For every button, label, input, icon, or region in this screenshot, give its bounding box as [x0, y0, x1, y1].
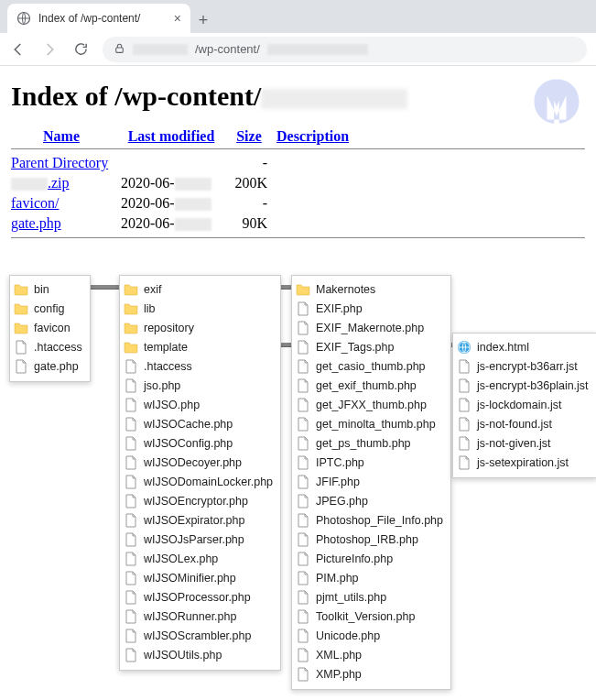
header-description[interactable]: Description [276, 128, 349, 144]
file-item-label: Photoshop_IRB.php [316, 533, 418, 546]
file-item[interactable]: wIJSOMinifier.php [124, 568, 273, 587]
dir-row: favicon/2020-06-- [11, 193, 585, 213]
file-item[interactable]: XMP.php [296, 664, 443, 684]
file-item[interactable]: template [124, 337, 273, 356]
divider [11, 148, 585, 149]
file-item[interactable]: get_JFXX_thumb.php [296, 395, 443, 414]
file-item-label: js-encrypt-b36plain.jst [477, 379, 589, 392]
file-item[interactable]: get_ps_thumb.php [296, 433, 443, 453]
file-item[interactable]: Toolkit_Version.php [296, 607, 443, 626]
file-item[interactable]: JPEG.php [296, 491, 443, 510]
file-item[interactable]: wIJSOEncryptor.php [124, 491, 273, 510]
file-item[interactable]: favicon [14, 318, 82, 337]
file-item[interactable]: config [14, 299, 82, 318]
header-size[interactable]: Size [236, 128, 262, 144]
dir-link[interactable]: gate.php [11, 215, 61, 231]
browser-toolbar: /wp-content/ [0, 33, 596, 66]
file-item[interactable]: wIJSOJsParser.php [124, 530, 273, 549]
file-item[interactable]: pjmt_utils.php [296, 587, 443, 607]
file-item-label: js-not-found.jst [477, 418, 552, 431]
file-item[interactable]: js-not-given.jst [457, 433, 589, 453]
file-item-label: js-encrypt-b36arr.jst [477, 360, 578, 373]
file-item[interactable]: js-setexpiration.jst [457, 453, 589, 472]
file-item[interactable]: get_exif_thumb.php [296, 376, 443, 395]
file-item[interactable]: exif [124, 279, 273, 299]
new-tab-button[interactable]: + [190, 7, 216, 33]
file-item[interactable]: wIJSOProcessor.php [124, 587, 273, 607]
file-item[interactable]: lib [124, 299, 273, 318]
html-icon [457, 340, 471, 355]
file-item-label: wIJSOCache.php [144, 418, 233, 431]
file-item[interactable]: Makernotes [296, 279, 443, 299]
address-bar[interactable]: /wp-content/ [103, 37, 587, 62]
file-item[interactable]: get_casio_thumb.php [296, 356, 443, 376]
directory-listing: Name Last modified Size Description Pare… [11, 128, 585, 238]
file-item[interactable]: PictureInfo.php [296, 549, 443, 568]
file-item[interactable]: js-not-found.jst [457, 414, 589, 433]
forward-button[interactable] [40, 40, 59, 59]
file-icon [124, 475, 138, 489]
file-item[interactable]: js-encrypt-b36plain.jst [457, 376, 589, 395]
file-item[interactable]: XML.php [296, 645, 443, 664]
file-icon [14, 340, 28, 355]
redacted [11, 178, 48, 191]
file-item[interactable]: wIJSOCache.php [124, 414, 273, 433]
file-item[interactable]: EXIF_Tags.php [296, 337, 443, 356]
url-host-redacted [133, 44, 188, 55]
file-icon [124, 571, 138, 585]
file-item[interactable]: IPTC.php [296, 453, 443, 472]
file-item[interactable]: .htaccess [14, 337, 82, 356]
file-item[interactable]: jso.php [124, 376, 273, 395]
back-button[interactable] [9, 40, 27, 59]
file-item[interactable]: wIJSOScrambler.php [124, 626, 273, 645]
file-item[interactable]: js-encrypt-b36arr.jst [457, 356, 589, 376]
file-item[interactable]: js-lockdomain.jst [457, 395, 589, 414]
file-item[interactable]: index.html [457, 337, 589, 356]
file-item[interactable]: EXIF_Makernote.php [296, 318, 443, 337]
file-item-label: .htaccess [34, 341, 82, 354]
redacted [175, 198, 211, 211]
file-item[interactable]: Photoshop_File_Info.php [296, 510, 443, 530]
file-item-label: get_JFXX_thumb.php [316, 399, 427, 411]
file-icon [296, 475, 310, 489]
file-item[interactable]: wIJSOUtils.php [124, 645, 273, 664]
file-icon [14, 359, 28, 374]
file-item-label: js-setexpiration.jst [477, 456, 569, 469]
file-item[interactable]: Photoshop_IRB.php [296, 530, 443, 549]
header-last-modified[interactable]: Last modified [128, 128, 215, 144]
browser-tab[interactable]: Index of /wp-content/ × [7, 4, 190, 33]
title-redacted [261, 89, 407, 109]
file-item[interactable]: wIJSOLex.php [124, 549, 273, 568]
reload-button[interactable] [71, 40, 90, 59]
dir-row: Parent Directory- [11, 153, 585, 173]
file-item-label: get_casio_thumb.php [316, 360, 426, 373]
file-item[interactable]: .htaccess [124, 356, 273, 376]
file-item[interactable]: wIJSODomainLocker.php [124, 472, 273, 491]
tab-title: Index of /wp-content/ [38, 12, 167, 25]
file-icon [296, 590, 310, 605]
dir-link[interactable]: Parent Directory [11, 155, 108, 170]
close-icon[interactable]: × [174, 11, 181, 26]
file-item-label: XML.php [316, 649, 362, 662]
dir-link[interactable]: .zip [11, 175, 70, 191]
file-item[interactable]: bin [14, 279, 82, 299]
dir-row: .zip2020-06-200K [11, 173, 585, 193]
divider [11, 237, 585, 238]
file-item[interactable]: wIJSODecoyer.php [124, 453, 273, 472]
file-item[interactable]: PIM.php [296, 568, 443, 587]
file-item[interactable]: repository [124, 318, 273, 337]
folder-icon [124, 321, 138, 335]
file-item[interactable]: wIJSORunner.php [124, 607, 273, 626]
dir-link[interactable]: favicon/ [11, 195, 59, 211]
file-item[interactable]: gate.php [14, 356, 82, 376]
file-panel: MakernotesEXIF.phpEXIF_Makernote.phpEXIF… [291, 275, 451, 690]
file-item[interactable]: wIJSOExpirator.php [124, 510, 273, 530]
file-item[interactable]: JFIF.php [296, 472, 443, 491]
header-name[interactable]: Name [43, 128, 80, 144]
file-item[interactable]: get_minolta_thumb.php [296, 414, 443, 433]
file-item[interactable]: wIJSOConfig.php [124, 433, 273, 453]
file-item[interactable]: wIJSO.php [124, 395, 273, 414]
file-icon [124, 378, 138, 393]
file-item[interactable]: EXIF.php [296, 299, 443, 318]
file-item[interactable]: Unicode.php [296, 626, 443, 645]
